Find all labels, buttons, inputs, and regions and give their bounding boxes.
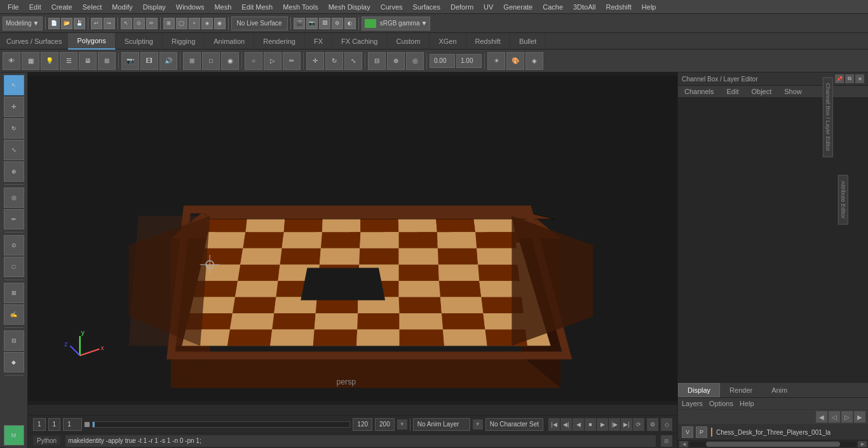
step-back-icon[interactable]: ◀| (560, 418, 572, 431)
step-forward-icon[interactable]: |▶ (609, 418, 620, 431)
scale-tool-icon[interactable]: ⤡ (344, 52, 362, 70)
smooth-icon[interactable]: ◉ (221, 52, 239, 70)
menu-redshift[interactable]: Redshift (600, 2, 636, 12)
redo-icon[interactable]: ↪ (104, 18, 115, 29)
menu-edit[interactable]: Edit (24, 2, 46, 12)
show-toolbar-icon[interactable]: ☰ (60, 52, 78, 70)
menu-cache[interactable]: Cache (538, 2, 568, 12)
soft-select-tool[interactable]: ◎ (4, 187, 24, 208)
menu-select[interactable]: Select (78, 2, 107, 12)
tab-fx[interactable]: FX (305, 33, 332, 50)
tab-redshift[interactable]: Redshift (466, 33, 510, 50)
lasso-icon[interactable]: ⊙ (133, 18, 145, 29)
tab-display[interactable]: Display (678, 383, 720, 397)
lighting-toolbar-icon[interactable]: 💡 (41, 52, 58, 70)
scale-tool[interactable]: ⤡ (4, 140, 24, 160)
menu-mesh-display[interactable]: Mesh Display (323, 2, 376, 12)
no-char-set[interactable]: No Character Set (485, 418, 543, 431)
timeline-scrub[interactable] (92, 421, 350, 428)
scroll-track[interactable] (689, 442, 857, 447)
menu-windows[interactable]: Windows (171, 2, 210, 12)
menu-modify[interactable]: Modify (107, 2, 137, 12)
gamma-input1[interactable]: 0.00 (430, 54, 455, 68)
timeline-options-icon[interactable]: ▼ (397, 419, 407, 430)
new-scene-icon[interactable]: 📄 (48, 18, 60, 29)
frame-input[interactable]: 1 (63, 418, 82, 431)
tab-anim[interactable]: Anim (762, 383, 797, 397)
render-icon[interactable]: 🎬 (294, 18, 305, 29)
snap-grid-icon[interactable]: ⊞ (163, 18, 175, 29)
play-forward-icon[interactable]: ▶ (597, 418, 608, 431)
hypershade-icon[interactable]: ◐ (344, 18, 356, 29)
frame-current-field[interactable]: 1 (48, 418, 61, 431)
rotate-tool-icon[interactable]: ↻ (325, 52, 343, 70)
camera-icon[interactable]: 📷 (121, 52, 139, 70)
snap-icon[interactable]: ⊞ (4, 283, 24, 303)
quad-icon[interactable]: ⊟ (4, 330, 24, 351)
menu-uv[interactable]: UV (478, 2, 498, 12)
layer-row[interactable]: V P Chess_Desk_for_Three_Players_001_la (678, 424, 868, 440)
layers-scrollbar[interactable]: ◀ ▶ (678, 440, 868, 448)
marquee-tool[interactable]: □ (4, 257, 24, 277)
render-opt-icon[interactable]: ⚙ (332, 18, 343, 29)
skip-forward-icon[interactable]: ▶| (621, 418, 632, 431)
layer-p-btn[interactable]: P (696, 426, 707, 438)
exposure-icon[interactable]: ☀ (487, 52, 505, 70)
menu-3dto[interactable]: 3DtoAll (568, 2, 600, 12)
menu-display[interactable]: Display (138, 2, 171, 12)
tab-edit[interactable]: Edit (720, 86, 745, 97)
layers-menu-help[interactable]: Help (740, 400, 754, 407)
menu-mesh-tools[interactable]: Mesh Tools (278, 2, 323, 12)
menu-deform[interactable]: Deform (445, 2, 478, 12)
move-tool[interactable]: ✛ (4, 97, 24, 117)
paint-tool[interactable]: ✏ (4, 209, 24, 229)
menu-surfaces[interactable]: Surfaces (408, 2, 445, 12)
play-back-icon[interactable]: ◀ (573, 418, 584, 431)
timeline-end-field[interactable]: 200 (375, 418, 395, 431)
menu-mesh[interactable]: Mesh (209, 2, 236, 12)
render-all-icon[interactable]: 🖼 (319, 18, 330, 29)
renderer-icon[interactable]: 🖥 (79, 52, 97, 70)
snap-grid2-icon[interactable]: ⊟ (368, 52, 386, 70)
layers-menu-options[interactable]: Options (709, 400, 733, 407)
cmd-expand-icon[interactable]: ⊞ (661, 435, 672, 447)
select-tool[interactable]: ↖ (4, 75, 24, 95)
tab-custom[interactable]: Custom (388, 33, 430, 50)
film-icon[interactable]: 🎞 (140, 52, 158, 70)
tab-rigging[interactable]: Rigging (163, 33, 205, 50)
playback-settings-icon[interactable]: ⚙ (647, 418, 658, 431)
snap-point-icon[interactable]: + (189, 18, 200, 29)
obj-icon[interactable]: ○ (245, 52, 262, 70)
tab-xgen[interactable]: XGen (430, 33, 466, 50)
viewport[interactable]: x y z persp (28, 72, 677, 405)
tab-render[interactable]: Render (720, 383, 762, 397)
move-tool-icon[interactable]: ✛ (306, 52, 324, 70)
frame-start-field[interactable]: 1 (33, 418, 46, 431)
scroll-left-icon[interactable]: ◀ (679, 441, 688, 447)
panel-float-icon[interactable]: ⧉ (845, 74, 854, 83)
stop-icon[interactable]: ■ (585, 418, 596, 431)
attribute-editor-tab[interactable]: Attribute Editor (838, 175, 848, 224)
scroll-right-icon[interactable]: ▶ (858, 441, 867, 447)
tab-object[interactable]: Object (745, 86, 778, 97)
workspace-dropdown[interactable]: Modeling ▼ (3, 17, 43, 31)
panel-pin-icon[interactable]: 📌 (835, 74, 844, 83)
sound-icon[interactable]: 🔊 (159, 52, 177, 70)
hud-icon[interactable]: ◈ (526, 52, 543, 70)
snap-live2-icon[interactable]: ◎ (406, 52, 424, 70)
anim-layer-dropdown[interactable]: ▼ (473, 419, 483, 430)
save-scene-icon[interactable]: 💾 (74, 18, 85, 29)
loop-icon[interactable]: ⟳ (633, 418, 644, 431)
channel-box-side-tab[interactable]: Channel Box / Layer Editor (823, 77, 833, 157)
tab-rendering[interactable]: Rendering (254, 33, 305, 50)
panels-icon[interactable]: ⊞ (98, 52, 116, 70)
gamma-input2[interactable]: 1.00 (456, 54, 482, 68)
playback-end-field[interactable]: 120 (353, 418, 372, 431)
open-scene-icon[interactable]: 📂 (61, 18, 72, 29)
tab-polygons[interactable]: Polygons (68, 33, 115, 50)
bevel-icon[interactable]: ◆ (4, 352, 24, 372)
tab-curves-surfaces[interactable]: Curves / Surfaces (0, 35, 68, 48)
paint-sel-icon[interactable]: ✏ (283, 52, 301, 70)
menu-create[interactable]: Create (46, 2, 78, 12)
tab-animation[interactable]: Animation (205, 33, 254, 50)
